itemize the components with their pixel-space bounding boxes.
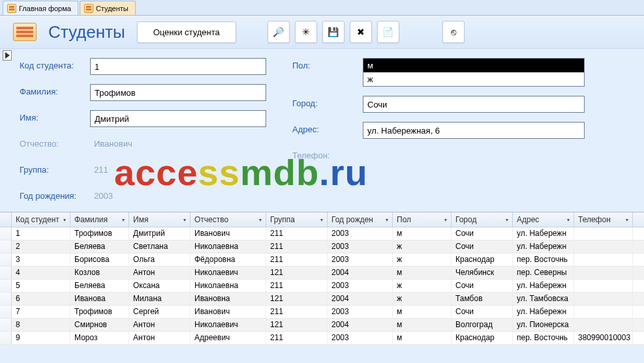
table-cell[interactable]: ул. Набережн <box>513 227 574 240</box>
table-cell[interactable]: Борисова <box>70 254 129 266</box>
student-id-field[interactable] <box>90 58 266 75</box>
table-cell[interactable]: Трофимов <box>70 227 129 240</box>
table-cell[interactable]: Мороз <box>70 332 129 344</box>
table-cell[interactable]: Фёдоровна <box>191 254 266 266</box>
table-cell[interactable]: 3 <box>12 254 70 266</box>
table-cell[interactable]: ул. Набережн <box>513 240 574 253</box>
select-all-rows[interactable] <box>0 212 12 227</box>
close-form-button[interactable]: ⎋ <box>442 21 465 43</box>
table-cell[interactable]: 7 <box>12 306 70 318</box>
table-cell[interactable] <box>574 254 633 266</box>
tab-main-form[interactable]: Главная форма <box>3 1 78 15</box>
table-cell[interactable]: пер. Восточнь <box>513 332 574 344</box>
table-cell[interactable]: 2003 <box>328 227 393 240</box>
table-cell[interactable]: ул. Пионерска <box>513 319 574 331</box>
table-cell[interactable] <box>574 280 633 292</box>
table-cell[interactable]: Волгоград <box>452 319 513 331</box>
table-cell[interactable]: 211 <box>266 332 328 344</box>
table-cell[interactable] <box>574 267 633 279</box>
table-cell[interactable]: ул. Набережн <box>513 306 574 318</box>
table-cell[interactable]: 380990010003 <box>574 332 633 344</box>
table-cell[interactable]: 211 <box>266 254 328 266</box>
table-cell[interactable]: Сочи <box>452 280 513 292</box>
col-header-address[interactable]: Адрес▾ <box>513 212 574 227</box>
table-cell[interactable]: пер. Восточнь <box>513 254 574 266</box>
table-cell[interactable]: Краснодар <box>452 332 513 344</box>
table-cell[interactable]: 4 <box>12 267 70 279</box>
table-cell[interactable]: Сочи <box>452 227 513 240</box>
table-cell[interactable]: 2003 <box>328 306 393 318</box>
record-selector[interactable] <box>3 50 12 61</box>
table-row[interactable]: 5БеляеваОксанаНиколаевна2112003жСочиул. … <box>0 280 644 293</box>
table-cell[interactable]: Антон <box>129 332 191 344</box>
gender-listbox[interactable]: м ж <box>363 58 585 87</box>
row-selector[interactable] <box>0 267 12 279</box>
row-selector[interactable] <box>0 227 12 240</box>
table-cell[interactable]: Николаевна <box>191 240 266 253</box>
row-selector[interactable] <box>0 254 12 266</box>
table-cell[interactable] <box>574 240 633 253</box>
table-row[interactable]: 4КозловАнтонНиколаевич1212004мЧелябинскп… <box>0 267 644 280</box>
table-cell[interactable]: пер. Северны <box>513 267 574 279</box>
table-cell[interactable]: Иванова <box>70 293 129 305</box>
col-header-phone[interactable]: Телефон▾ <box>574 212 633 227</box>
table-cell[interactable]: ул. Набережн <box>513 280 574 292</box>
col-header-lastname[interactable]: Фамилия▾ <box>70 212 129 227</box>
col-header-city[interactable]: Город▾ <box>452 212 513 227</box>
new-record-button[interactable]: ✳ <box>295 21 317 43</box>
table-cell[interactable]: 2003 <box>328 254 393 266</box>
table-cell[interactable]: 2003 <box>328 240 393 253</box>
table-cell[interactable]: Тамбов <box>452 293 513 305</box>
table-cell[interactable]: 2003 <box>328 332 393 344</box>
table-cell[interactable]: м <box>393 306 452 318</box>
table-cell[interactable]: 2003 <box>328 280 393 292</box>
table-cell[interactable]: 121 <box>266 319 328 331</box>
table-cell[interactable]: м <box>393 319 452 331</box>
table-cell[interactable]: 2004 <box>328 319 393 331</box>
table-row[interactable]: 3БорисоваОльгаФёдоровна2112003жКраснодар… <box>0 254 644 267</box>
table-row[interactable]: 6ИвановаМиланаИвановна1212004жТамбовул. … <box>0 293 644 306</box>
table-cell[interactable]: Оксана <box>129 280 191 292</box>
table-cell[interactable]: Дмитрий <box>129 227 191 240</box>
table-row[interactable]: 7ТрофимовСергейИванович2112003мСочиул. Н… <box>0 306 644 319</box>
refresh-button[interactable]: 📄 <box>377 21 399 43</box>
col-header-birthyear[interactable]: Год рожден▾ <box>328 212 393 227</box>
table-cell[interactable]: Трофимов <box>70 306 129 318</box>
find-button[interactable]: 🔎 <box>268 21 290 43</box>
table-cell[interactable]: Краснодар <box>452 254 513 266</box>
table-cell[interactable]: ж <box>393 280 452 292</box>
table-cell[interactable]: Антон <box>129 267 191 279</box>
table-cell[interactable]: Смирнов <box>70 319 129 331</box>
table-cell[interactable]: Челябинск <box>452 267 513 279</box>
gender-option-m[interactable]: м <box>363 59 584 72</box>
table-cell[interactable]: ж <box>393 254 452 266</box>
table-cell[interactable]: 6 <box>12 293 70 305</box>
save-record-button[interactable]: 💾 <box>322 21 345 43</box>
table-cell[interactable]: Беляева <box>70 240 129 253</box>
gender-option-f[interactable]: ж <box>363 72 584 86</box>
table-cell[interactable]: ж <box>393 293 452 305</box>
table-cell[interactable]: Сергей <box>129 306 191 318</box>
table-cell[interactable]: 2004 <box>328 293 393 305</box>
col-header-patronymic[interactable]: Отчество▾ <box>191 212 266 227</box>
table-cell[interactable]: 9 <box>12 332 70 344</box>
table-cell[interactable]: Антон <box>129 319 191 331</box>
table-cell[interactable]: Ольга <box>129 254 191 266</box>
row-selector[interactable] <box>0 319 12 331</box>
col-header-id[interactable]: Код студент▾ <box>12 212 70 227</box>
table-cell[interactable]: 121 <box>266 293 328 305</box>
address-field[interactable] <box>363 122 585 139</box>
row-selector[interactable] <box>0 332 12 344</box>
student-grades-button[interactable]: Оценки студента <box>137 22 236 43</box>
table-cell[interactable]: Сочи <box>452 240 513 253</box>
table-row[interactable]: 1ТрофимовДмитрийИванович2112003мСочиул. … <box>0 227 644 240</box>
table-cell[interactable]: Адреевич <box>191 332 266 344</box>
table-row[interactable]: 9МорозАнтонАдреевич2112003мКраснодарпер.… <box>0 332 644 345</box>
table-cell[interactable]: Светлана <box>129 240 191 253</box>
table-cell[interactable]: 2004 <box>328 267 393 279</box>
table-cell[interactable]: Козлов <box>70 267 129 279</box>
table-cell[interactable] <box>574 293 633 305</box>
table-cell[interactable]: ул. Тамбовска <box>513 293 574 305</box>
table-cell[interactable]: 2 <box>12 240 70 253</box>
firstname-field[interactable] <box>90 110 266 127</box>
